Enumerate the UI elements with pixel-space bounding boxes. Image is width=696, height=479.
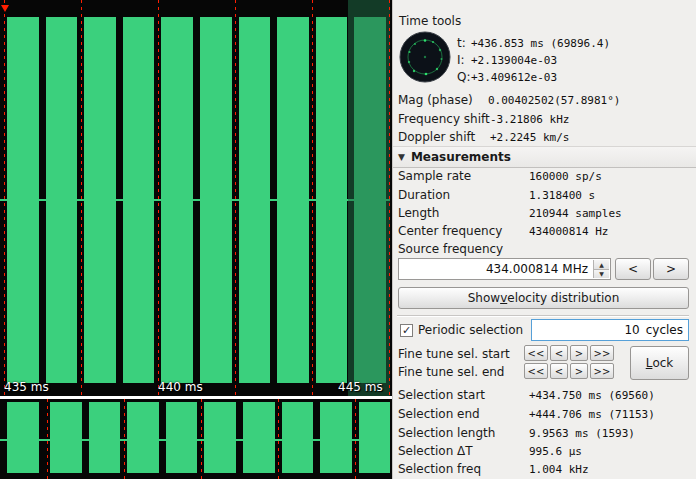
time-axis-label: 445 ms — [338, 380, 383, 394]
measurements-header[interactable]: ▼ Measurements — [393, 146, 696, 168]
fine-tune-end-prev-button[interactable]: < — [550, 363, 568, 379]
length-value: 210944 samples — [529, 207, 622, 220]
selection-start-value: +434.750 ms (69560) — [529, 389, 655, 402]
frequency-shift-label: Frequency shift — [398, 112, 490, 126]
i-label: I: — [457, 53, 465, 67]
velocity-distribution-button[interactable]: Show velocity distribution — [398, 287, 689, 309]
doppler-shift-label: Doppler shift — [398, 130, 475, 144]
center-frequency-value: 434000814 Hz — [529, 225, 608, 238]
freq-next-button[interactable]: > — [653, 258, 689, 280]
selection-end-value: +444.706 ms (71153) — [529, 408, 655, 421]
iq-phase-scope-icon — [399, 31, 451, 83]
cursor-marker-icon — [1, 5, 9, 12]
fine-tune-end-label: Fine tune sel. end — [398, 365, 504, 379]
signal-baseline — [0, 439, 390, 441]
frequency-spinner: ▲ ▼ — [593, 260, 609, 278]
lock-button[interactable]: Lock — [630, 346, 689, 380]
signal-burst-pattern — [0, 402, 390, 473]
doppler-shift-value: +2.2245 km/s — [490, 131, 569, 144]
cycles-value: 10 — [624, 323, 639, 337]
time-tools-panel: Time tools t: +436.853 ms (69896.4) I: +… — [392, 0, 696, 479]
signal-analyzer-window: 435 ms 440 ms 445 ms Time tools — [0, 0, 696, 479]
frequency-shift-value: -3.21806 kHz — [490, 113, 569, 126]
periodic-selection-label: Periodic selection — [418, 323, 523, 337]
collapse-arrow-icon: ▼ — [398, 152, 405, 162]
cycles-input[interactable]: 10 cycles — [531, 319, 689, 341]
i-value: +2.139004e-03 — [471, 54, 557, 67]
selection-length-value: 9.9563 ms (1593) — [529, 427, 635, 440]
selection-length-label: Selection length — [398, 426, 495, 440]
checkmark-icon: ✓ — [402, 325, 411, 336]
fine-tune-end-prev-fast-button[interactable]: << — [524, 363, 548, 379]
selection-delta-t-value: 995.6 µs — [529, 445, 582, 458]
waveform-area: 435 ms 440 ms 445 ms — [0, 0, 392, 479]
duration-value: 1.318400 s — [529, 189, 595, 202]
q-label: Q: — [457, 70, 471, 84]
selection-freq-value: 1.004 kHz — [529, 463, 589, 476]
freq-prev-button[interactable]: < — [615, 258, 651, 280]
fine-tune-start-next-button[interactable]: > — [570, 345, 588, 361]
frequency-input-value: 434.000814 MHz — [486, 262, 588, 276]
selection-start-label: Selection start — [398, 388, 485, 402]
q-value: +3.409612e-03 — [471, 71, 557, 84]
waveform-view-primary[interactable]: 435 ms 440 ms 445 ms — [0, 0, 392, 396]
t-value: +436.853 ms (69896.4) — [471, 37, 610, 50]
spin-down-button[interactable]: ▼ — [593, 270, 609, 279]
sample-rate-value: 160000 sp/s — [529, 170, 602, 183]
fine-tune-end-next-fast-button[interactable]: >> — [590, 363, 614, 379]
fine-tune-start-next-fast-button[interactable]: >> — [590, 345, 614, 361]
source-frequency-label: Source frequency — [398, 242, 503, 256]
selection-delta-t-label: Selection ΔT — [398, 444, 473, 458]
center-frequency-label: Center frequency — [398, 224, 502, 238]
t-label: t: — [457, 36, 466, 50]
time-axis-label: 435 ms — [4, 380, 49, 394]
signal-baseline — [0, 199, 390, 201]
spin-up-button[interactable]: ▲ — [593, 260, 609, 270]
length-label: Length — [398, 206, 439, 220]
time-tools-title: Time tools — [399, 14, 461, 28]
fine-tune-start-prev-fast-button[interactable]: << — [524, 345, 548, 361]
mag-phase-label: Mag (phase) — [398, 93, 473, 107]
sample-rate-label: Sample rate — [398, 169, 471, 183]
periodic-selection-checkbox[interactable]: ✓ — [400, 324, 413, 337]
selection-freq-label: Selection freq — [398, 462, 481, 476]
measurements-title: Measurements — [411, 150, 511, 164]
selection-end-label: Selection end — [398, 407, 480, 421]
cycles-suffix: cycles — [646, 323, 683, 337]
frequency-input[interactable]: 434.000814 MHz ▲ ▼ — [398, 258, 611, 280]
mag-phase-value: 0.00402502(57.8981°) — [488, 94, 620, 107]
time-axis-label: 440 ms — [158, 380, 203, 394]
selection-dim-overlay — [348, 0, 390, 396]
fine-tune-start-prev-button[interactable]: < — [550, 345, 568, 361]
separator-line — [397, 315, 689, 316]
duration-label: Duration — [398, 188, 450, 202]
waveform-view-secondary[interactable] — [0, 399, 392, 479]
fine-tune-end-next-button[interactable]: > — [570, 363, 588, 379]
fine-tune-start-label: Fine tune sel. start — [398, 347, 510, 361]
